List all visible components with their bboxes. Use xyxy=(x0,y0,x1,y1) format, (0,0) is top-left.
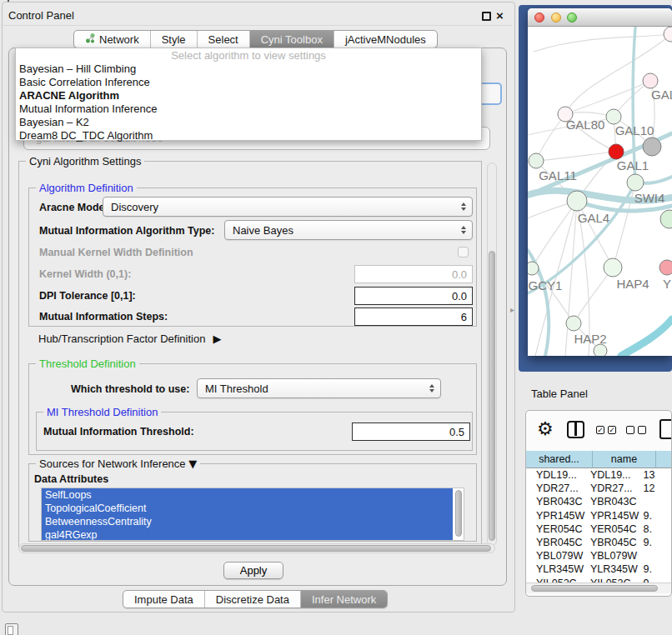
table-row[interactable]: YDR27...YDR27...12 xyxy=(526,482,672,495)
algorithm-option[interactable]: Basic Correlation Inference xyxy=(16,76,481,89)
network-canvas[interactable]: GAL7GAL80GAL10GAL1GAL11SWI4GAL4GCY1HAP4Y… xyxy=(528,27,672,356)
tab-infer-network[interactable]: Infer Network xyxy=(301,591,387,608)
cyni-bottom-tabstrip: Impute Data Discretize Data Infer Networ… xyxy=(123,590,388,608)
columns-icon[interactable] xyxy=(567,421,584,438)
float-panel-icon[interactable] xyxy=(482,12,491,21)
algorithm-option[interactable]: Mutual Information Inference xyxy=(16,102,481,116)
zoom-window-icon[interactable] xyxy=(567,12,577,22)
network-tab-icon xyxy=(85,32,95,46)
which-threshold-label: Which threshold to use: xyxy=(71,383,189,395)
table-row[interactable]: YBR043CYBR043C xyxy=(526,495,672,508)
network-node-gray[interactable] xyxy=(643,138,661,156)
network-window-titlebar[interactable] xyxy=(528,8,672,27)
network-node-pink-right[interactable] xyxy=(659,260,672,275)
table-cell: YBL079W xyxy=(526,550,585,562)
table-column-header[interactable]: name xyxy=(593,451,656,468)
hub-definition-toggle[interactable]: Hub/Transcription Factor Definition ▶ xyxy=(38,332,221,345)
hub-definition-label: Hub/Transcription Factor Definition xyxy=(38,332,205,345)
control-panel-title: Control Panel xyxy=(8,9,74,22)
which-threshold-combo[interactable]: MI Threshold xyxy=(197,378,441,398)
unchecked-checkbox-icon[interactable] xyxy=(626,426,634,434)
apply-button[interactable]: Apply xyxy=(223,562,283,579)
network-node-gal4[interactable] xyxy=(567,191,587,211)
table-hscrollbar-thumb[interactable] xyxy=(531,585,658,592)
data-attribute-item[interactable]: gal4RGexp xyxy=(42,528,453,541)
tab-impute-data[interactable]: Impute Data xyxy=(123,591,205,608)
table-row[interactable]: YBR045CYBR045C9. xyxy=(526,536,672,549)
mi-type-combo[interactable]: Naive Bayes xyxy=(224,220,473,240)
mi-type-label: Mutual Information Algorithm Type: xyxy=(39,225,214,237)
algorithm-option[interactable]: Dream8 DC_TDC Algorithm xyxy=(16,129,481,142)
checked-checkbox-icon[interactable]: ✓ xyxy=(596,426,604,434)
dpi-tolerance-field[interactable]: 0.0 xyxy=(354,287,473,305)
tab-style[interactable]: Style xyxy=(151,31,198,48)
network-node-swi4[interactable] xyxy=(627,174,644,191)
table-row[interactable]: YDL19...YDL19...13 xyxy=(526,468,672,482)
settings-legend: Cyni Algorithm Settings xyxy=(26,155,144,168)
network-node-gal11[interactable] xyxy=(529,153,544,168)
table-cell: YDL19... xyxy=(585,469,641,481)
network-node-hap4[interactable] xyxy=(604,258,622,277)
table-row[interactable]: YPR145WYPR145W9. xyxy=(526,509,672,522)
network-node-label: HAP2 xyxy=(574,332,606,346)
restore-panel-icon[interactable] xyxy=(5,623,18,635)
sources-legend: Sources for Network Inference ▼ xyxy=(36,458,200,470)
network-window[interactable]: GAL7GAL80GAL10GAL1GAL11SWI4GAL4GCY1HAP4Y… xyxy=(528,8,672,356)
tab-cyni-toolbox[interactable]: Cyni Toolbox xyxy=(250,31,334,48)
tab-label: jActiveMNodules xyxy=(345,33,426,46)
settings-horizontal-scrollbar[interactable] xyxy=(18,543,495,553)
network-node-gal7[interactable] xyxy=(643,73,658,88)
network-node-gal10[interactable] xyxy=(606,109,621,124)
data-attributes-list[interactable]: SelfLoopsTopologicalCoefficientBetweenne… xyxy=(41,488,464,541)
table-column-header[interactable]: shared... xyxy=(526,451,593,468)
settings-hscrollbar-thumb[interactable] xyxy=(21,545,491,552)
table-horizontal-scrollbar[interactable] xyxy=(526,582,672,593)
table-cell: 8. xyxy=(640,523,672,535)
network-node-gcy1[interactable] xyxy=(528,262,539,275)
tab-select[interactable]: Select xyxy=(198,31,250,48)
expanded-arrow-icon[interactable]: ▼ xyxy=(188,458,197,470)
data-attribute-item[interactable]: SelfLoops xyxy=(42,488,453,502)
table-cell: YBR045C xyxy=(526,537,585,548)
settings-scrollbar-thumb[interactable] xyxy=(489,251,495,541)
tab-jactivemnodules[interactable]: jActiveMNodules xyxy=(334,31,437,48)
table-column-header[interactable] xyxy=(656,451,672,468)
table-row[interactable]: YLR345WYLR345W9. xyxy=(526,562,672,576)
network-node-bottom[interactable] xyxy=(594,344,607,356)
algorithm-dropdown-popup: Select algorithm to view settings Bayesi… xyxy=(15,48,482,141)
tab-network[interactable]: Network xyxy=(74,31,151,48)
new-column-icon[interactable] xyxy=(659,419,672,439)
manual-kernel-checkbox[interactable] xyxy=(458,247,469,258)
kernel-width-field[interactable]: 0.0 xyxy=(354,265,473,283)
unchecked-checkbox-icon[interactable] xyxy=(638,426,646,434)
network-node-label: GCY1 xyxy=(529,278,563,292)
table-row[interactable]: YER054CYER054C8. xyxy=(526,522,672,536)
table-row[interactable]: YBL079WYBL079W xyxy=(526,549,672,562)
tab-label: Infer Network xyxy=(312,593,376,606)
table-header-row: shared...name xyxy=(526,451,672,468)
algorithm-option[interactable]: Bayesian – Hill Climbing xyxy=(16,62,481,76)
data-attribute-item[interactable]: BetweennessCentrality xyxy=(42,515,453,528)
network-node-green-right[interactable] xyxy=(660,210,672,228)
data-attribute-item[interactable]: TopologicalCoefficient xyxy=(42,502,453,515)
gear-icon[interactable]: ⚙ xyxy=(537,416,554,442)
network-node-hap2[interactable] xyxy=(566,316,581,331)
network-edge xyxy=(574,268,613,323)
splitpane-handle[interactable]: ▸ xyxy=(510,305,514,314)
mi-threshold-field[interactable]: 0.5 xyxy=(352,422,470,441)
algorithm-option[interactable]: ARACNE Algorithm xyxy=(16,89,481,102)
table-row[interactable]: YIL052CYIL052C9 xyxy=(526,577,672,583)
minimize-window-icon[interactable] xyxy=(551,12,561,22)
network-node-gal1[interactable] xyxy=(609,144,624,159)
aracne-mode-value: Discovery xyxy=(111,201,158,213)
close-panel-icon[interactable]: × xyxy=(496,8,504,23)
settings-vertical-scrollbar[interactable] xyxy=(487,162,497,546)
attribute-list-scrollbar-thumb[interactable] xyxy=(455,490,462,537)
algorithm-option[interactable]: Bayesian – K2 xyxy=(16,116,481,129)
mi-steps-field[interactable]: 6 xyxy=(354,308,473,326)
aracne-mode-combo[interactable]: Discovery xyxy=(103,197,473,217)
tab-discretize-data[interactable]: Discretize Data xyxy=(205,591,301,608)
close-window-icon[interactable] xyxy=(534,12,544,22)
table-body[interactable]: YDL19...YDL19...13YDR27...YDR27...12YBR0… xyxy=(526,468,672,582)
checked-checkbox-icon[interactable]: ✓ xyxy=(608,426,616,434)
